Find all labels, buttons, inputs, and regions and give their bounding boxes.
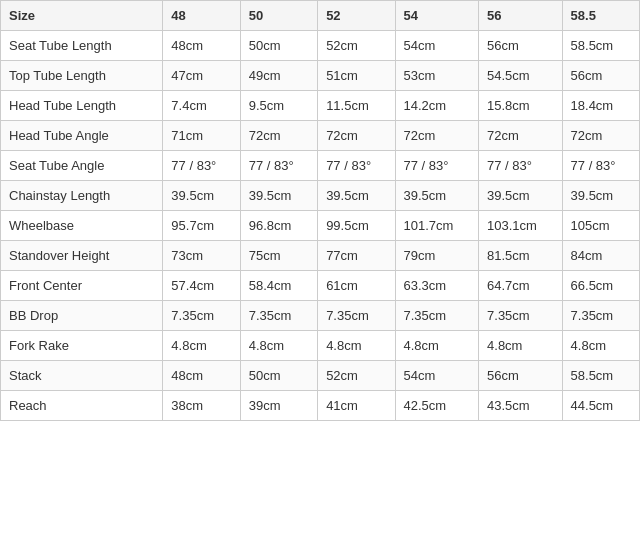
row-label: Standover Height bbox=[1, 241, 163, 271]
row-value: 15.8cm bbox=[479, 91, 563, 121]
row-value: 66.5cm bbox=[562, 271, 639, 301]
row-value: 11.5cm bbox=[318, 91, 395, 121]
row-value: 58.4cm bbox=[240, 271, 317, 301]
row-value: 99.5cm bbox=[318, 211, 395, 241]
row-value: 4.8cm bbox=[562, 331, 639, 361]
row-value: 77 / 83° bbox=[395, 151, 479, 181]
row-value: 58.5cm bbox=[562, 31, 639, 61]
row-value: 4.8cm bbox=[479, 331, 563, 361]
table-row: Stack48cm50cm52cm54cm56cm58.5cm bbox=[1, 361, 640, 391]
row-value: 77 / 83° bbox=[240, 151, 317, 181]
row-value: 77 / 83° bbox=[562, 151, 639, 181]
row-value: 43.5cm bbox=[479, 391, 563, 421]
row-value: 72cm bbox=[479, 121, 563, 151]
row-value: 81.5cm bbox=[479, 241, 563, 271]
row-value: 39cm bbox=[240, 391, 317, 421]
row-value: 64.7cm bbox=[479, 271, 563, 301]
row-value: 38cm bbox=[163, 391, 240, 421]
table-row: Head Tube Angle71cm72cm72cm72cm72cm72cm bbox=[1, 121, 640, 151]
row-value: 77 / 83° bbox=[318, 151, 395, 181]
row-value: 71cm bbox=[163, 121, 240, 151]
row-value: 7.35cm bbox=[163, 301, 240, 331]
column-header-58.5: 58.5 bbox=[562, 1, 639, 31]
row-value: 61cm bbox=[318, 271, 395, 301]
row-value: 50cm bbox=[240, 31, 317, 61]
table-row: Seat Tube Angle77 / 83°77 / 83°77 / 83°7… bbox=[1, 151, 640, 181]
column-header-54: 54 bbox=[395, 1, 479, 31]
row-value: 103.1cm bbox=[479, 211, 563, 241]
row-value: 56cm bbox=[562, 61, 639, 91]
row-value: 79cm bbox=[395, 241, 479, 271]
row-label: Stack bbox=[1, 361, 163, 391]
row-value: 52cm bbox=[318, 31, 395, 61]
row-value: 72cm bbox=[318, 121, 395, 151]
row-value: 48cm bbox=[163, 361, 240, 391]
row-label: Reach bbox=[1, 391, 163, 421]
row-value: 72cm bbox=[395, 121, 479, 151]
table-row: Wheelbase95.7cm96.8cm99.5cm101.7cm103.1c… bbox=[1, 211, 640, 241]
column-header-56: 56 bbox=[479, 1, 563, 31]
table-row: Chainstay Length39.5cm39.5cm39.5cm39.5cm… bbox=[1, 181, 640, 211]
row-value: 18.4cm bbox=[562, 91, 639, 121]
column-header-48: 48 bbox=[163, 1, 240, 31]
row-value: 39.5cm bbox=[562, 181, 639, 211]
row-value: 54cm bbox=[395, 361, 479, 391]
row-value: 14.2cm bbox=[395, 91, 479, 121]
row-value: 39.5cm bbox=[479, 181, 563, 211]
table-row: BB Drop7.35cm7.35cm7.35cm7.35cm7.35cm7.3… bbox=[1, 301, 640, 331]
column-header-52: 52 bbox=[318, 1, 395, 31]
row-value: 96.8cm bbox=[240, 211, 317, 241]
row-value: 49cm bbox=[240, 61, 317, 91]
row-label: Seat Tube Angle bbox=[1, 151, 163, 181]
row-value: 44.5cm bbox=[562, 391, 639, 421]
row-value: 4.8cm bbox=[240, 331, 317, 361]
row-label: Wheelbase bbox=[1, 211, 163, 241]
row-value: 9.5cm bbox=[240, 91, 317, 121]
row-label: Top Tube Length bbox=[1, 61, 163, 91]
row-label: Chainstay Length bbox=[1, 181, 163, 211]
row-value: 57.4cm bbox=[163, 271, 240, 301]
row-value: 58.5cm bbox=[562, 361, 639, 391]
row-value: 42.5cm bbox=[395, 391, 479, 421]
row-label: Head Tube Length bbox=[1, 91, 163, 121]
row-value: 84cm bbox=[562, 241, 639, 271]
row-value: 54cm bbox=[395, 31, 479, 61]
row-value: 95.7cm bbox=[163, 211, 240, 241]
row-value: 52cm bbox=[318, 361, 395, 391]
row-value: 50cm bbox=[240, 361, 317, 391]
table-row: Head Tube Length7.4cm9.5cm11.5cm14.2cm15… bbox=[1, 91, 640, 121]
row-value: 75cm bbox=[240, 241, 317, 271]
row-value: 72cm bbox=[562, 121, 639, 151]
row-value: 7.35cm bbox=[240, 301, 317, 331]
row-value: 105cm bbox=[562, 211, 639, 241]
table-row: Top Tube Length47cm49cm51cm53cm54.5cm56c… bbox=[1, 61, 640, 91]
row-value: 7.35cm bbox=[479, 301, 563, 331]
row-value: 77cm bbox=[318, 241, 395, 271]
row-value: 56cm bbox=[479, 361, 563, 391]
row-value: 39.5cm bbox=[163, 181, 240, 211]
row-value: 39.5cm bbox=[318, 181, 395, 211]
row-label: Front Center bbox=[1, 271, 163, 301]
row-value: 72cm bbox=[240, 121, 317, 151]
row-value: 7.35cm bbox=[395, 301, 479, 331]
row-label: Seat Tube Length bbox=[1, 31, 163, 61]
table-row: Reach38cm39cm41cm42.5cm43.5cm44.5cm bbox=[1, 391, 640, 421]
row-value: 77 / 83° bbox=[163, 151, 240, 181]
row-value: 7.35cm bbox=[562, 301, 639, 331]
row-value: 39.5cm bbox=[240, 181, 317, 211]
table-row: Standover Height73cm75cm77cm79cm81.5cm84… bbox=[1, 241, 640, 271]
row-value: 47cm bbox=[163, 61, 240, 91]
table-row: Seat Tube Length48cm50cm52cm54cm56cm58.5… bbox=[1, 31, 640, 61]
row-label: Head Tube Angle bbox=[1, 121, 163, 151]
geometry-table: Size485052545658.5 Seat Tube Length48cm5… bbox=[0, 0, 640, 421]
row-value: 7.4cm bbox=[163, 91, 240, 121]
column-header-size: Size bbox=[1, 1, 163, 31]
row-value: 39.5cm bbox=[395, 181, 479, 211]
row-value: 56cm bbox=[479, 31, 563, 61]
row-label: BB Drop bbox=[1, 301, 163, 331]
row-value: 4.8cm bbox=[318, 331, 395, 361]
row-value: 7.35cm bbox=[318, 301, 395, 331]
column-header-50: 50 bbox=[240, 1, 317, 31]
row-value: 4.8cm bbox=[395, 331, 479, 361]
table-row: Front Center57.4cm58.4cm61cm63.3cm64.7cm… bbox=[1, 271, 640, 301]
